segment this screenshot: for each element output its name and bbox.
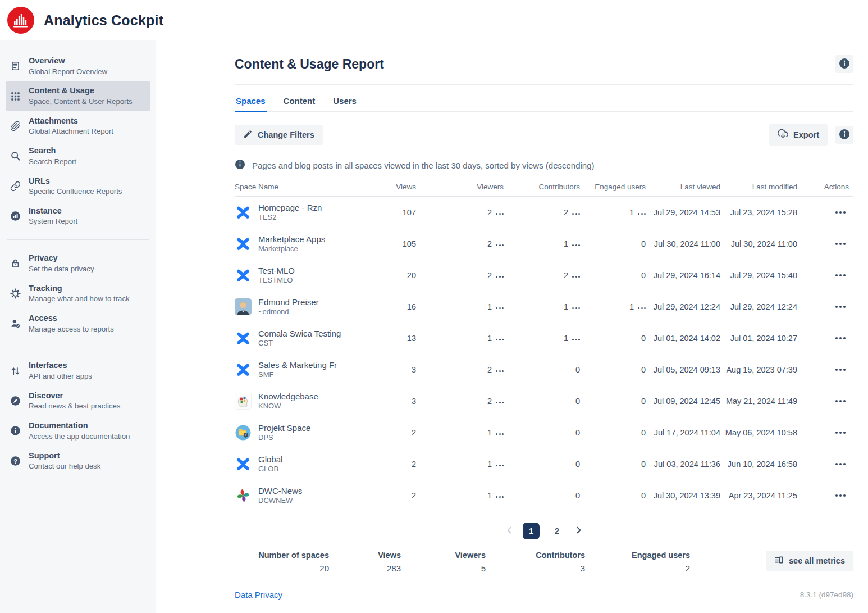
contributors-more-dots[interactable] (572, 336, 580, 340)
space-name-link[interactable]: Knowledgebase (258, 391, 318, 402)
engaged-more-dots[interactable] (638, 305, 646, 309)
space-name-link[interactable]: Homepage - Rzn (258, 202, 322, 214)
sidebar-item-sublabel: Specific Confluence Reports (29, 187, 122, 197)
app-logo-icon (7, 7, 34, 34)
row-actions-menu-button[interactable] (835, 337, 853, 339)
sidebar-item-discover[interactable]: DiscoverRead news & best practices (6, 387, 150, 415)
export-button[interactable]: Export (769, 124, 828, 146)
pagination-page-2[interactable]: 2 (549, 523, 565, 539)
last-modified-value: Apr 23, 2024 11:25 (729, 491, 797, 500)
column-header-views[interactable]: Views (360, 183, 416, 191)
space-key: GLOB (258, 465, 282, 474)
contributors-value: 0 (575, 365, 580, 374)
sidebar-item-content-usage[interactable]: Content & UsageSpace, Content & User Rep… (6, 81, 150, 110)
last-modified-value: May 06, 2024 10:58 (725, 428, 797, 437)
sidebar-item-documentation[interactable]: DocumentationAccess the app documentatio… (6, 416, 150, 445)
row-actions-menu-button[interactable] (835, 243, 853, 245)
sidebar-item-access[interactable]: AccessManage access to reports (6, 309, 150, 338)
export-info-button[interactable] (835, 126, 853, 144)
column-header-space-name[interactable]: Space Name (235, 183, 360, 191)
column-header-last-viewed[interactable]: Last viewed (646, 183, 720, 191)
sidebar-item-interfaces[interactable]: InterfacesAPI and other apps (6, 356, 150, 385)
pagination-page-1[interactable]: 1 (523, 523, 540, 539)
page-title: Content & Usage Report (235, 57, 384, 72)
viewers-more-dots[interactable] (496, 336, 504, 340)
viewers-more-dots[interactable] (496, 305, 504, 309)
sidebar-item-support[interactable]: ?SupportContact our help desk (6, 447, 150, 475)
column-header-last-modified[interactable]: Last modified (720, 183, 797, 191)
tab-spaces[interactable]: Spaces (235, 94, 267, 111)
contributors-more-dots[interactable] (572, 242, 580, 246)
viewers-more-dots[interactable] (496, 430, 504, 435)
last-modified-value: May 21, 2024 11:49 (726, 397, 797, 406)
last-modified-value: Jul 30, 2024 11:00 (731, 239, 797, 248)
sidebar-item-urls[interactable]: URLsSpecific Confluence Reports (6, 172, 150, 201)
row-actions-menu-button[interactable] (835, 400, 853, 402)
column-header-engaged-users[interactable]: Engaged users (580, 183, 646, 191)
pagination-prev-button[interactable] (505, 526, 514, 536)
contributors-more-dots[interactable] (572, 273, 580, 278)
metric-label: Engaged users (585, 551, 690, 560)
viewers-more-dots[interactable] (496, 399, 504, 403)
row-actions-menu-button[interactable] (835, 432, 853, 434)
sidebar-item-search[interactable]: SearchSearch Report (6, 142, 150, 170)
space-name-link[interactable]: Test-MLO (258, 265, 295, 276)
table-row: Test-MLOTESTMLO20220Jul 29, 2024 16:14Ju… (235, 260, 853, 291)
viewers-more-dots[interactable] (496, 242, 504, 246)
space-name-link[interactable]: Comala Swica Testing (258, 328, 341, 339)
column-header-contributors[interactable]: Contributors (504, 183, 580, 191)
metric-value: 20 (235, 564, 329, 573)
row-actions-menu-button[interactable] (835, 306, 853, 308)
contributors-value: 1 (564, 302, 568, 311)
sidebar-item-sublabel: Manage access to reports (29, 324, 114, 334)
compass-icon (9, 396, 21, 406)
table-row: Marketplace AppsMarketplace105210Jul 30,… (235, 228, 853, 260)
engaged-users-value: 0 (641, 239, 646, 248)
pagination-next-button[interactable] (574, 526, 583, 536)
space-key: SMF (258, 370, 337, 380)
summary-metric-viewers: Viewers5 (401, 551, 486, 573)
contributors-value: 0 (575, 428, 580, 437)
engaged-more-dots[interactable] (638, 210, 646, 215)
engaged-users-value: 1 (629, 208, 634, 217)
row-actions-menu-button[interactable] (835, 494, 853, 497)
engaged-users-value: 1 (629, 302, 634, 311)
sidebar-item-attachments[interactable]: AttachmentsGlobal Attachment Report (6, 112, 150, 140)
contributors-value: 2 (564, 208, 568, 217)
sidebar-item-tracking[interactable]: TrackingManage what and how to track (6, 279, 150, 308)
row-actions-menu-button[interactable] (835, 463, 853, 465)
space-name-link[interactable]: DWC-News (258, 485, 302, 497)
column-header-viewers[interactable]: Viewers (416, 183, 504, 191)
viewers-more-dots[interactable] (496, 210, 504, 215)
row-actions-menu-button[interactable] (835, 274, 853, 276)
sidebar-item-instance[interactable]: InstanceSystem Report (6, 202, 150, 230)
space-name-link[interactable]: Edmond Preiser (258, 297, 319, 308)
last-modified-value: Jun 10, 2024 16:58 (728, 460, 797, 469)
see-all-metrics-button[interactable]: see all metrics (766, 551, 853, 571)
sidebar-item-label: Search (29, 146, 76, 157)
report-info-button[interactable] (835, 55, 853, 73)
row-actions-menu-button[interactable] (835, 369, 853, 371)
contributors-more-dots[interactable] (572, 210, 580, 215)
space-name-link[interactable]: Projekt Space (258, 423, 310, 434)
filter-note: Pages and blog posts in all spaces viewe… (235, 159, 853, 171)
space-name-link[interactable]: Sales & Marketing Fr (258, 360, 337, 371)
column-header-actions[interactable]: Actions (797, 183, 853, 191)
sidebar-item-sublabel: Contact our help desk (29, 461, 100, 471)
tab-users[interactable]: Users (332, 94, 358, 111)
viewers-more-dots[interactable] (496, 493, 504, 498)
sidebar-item-privacy[interactable]: PrivacySet the data privacy (6, 249, 150, 278)
sidebar-item-sublabel: Search Report (29, 157, 76, 167)
space-name-link[interactable]: Global (258, 454, 282, 465)
sidebar-item-overview[interactable]: OverviewGlobal Report Overview (6, 52, 150, 80)
row-actions-menu-button[interactable] (835, 211, 853, 214)
viewers-more-dots[interactable] (496, 273, 504, 278)
tab-content[interactable]: Content (282, 94, 317, 111)
metrics-panel-icon (774, 555, 784, 566)
space-name-link[interactable]: Marketplace Apps (258, 234, 325, 245)
contributors-more-dots[interactable] (572, 305, 580, 309)
viewers-more-dots[interactable] (496, 462, 504, 466)
viewers-more-dots[interactable] (496, 367, 504, 372)
change-filters-button[interactable]: Change Filters (235, 125, 323, 145)
data-privacy-link[interactable]: Data Privacy (235, 590, 282, 600)
